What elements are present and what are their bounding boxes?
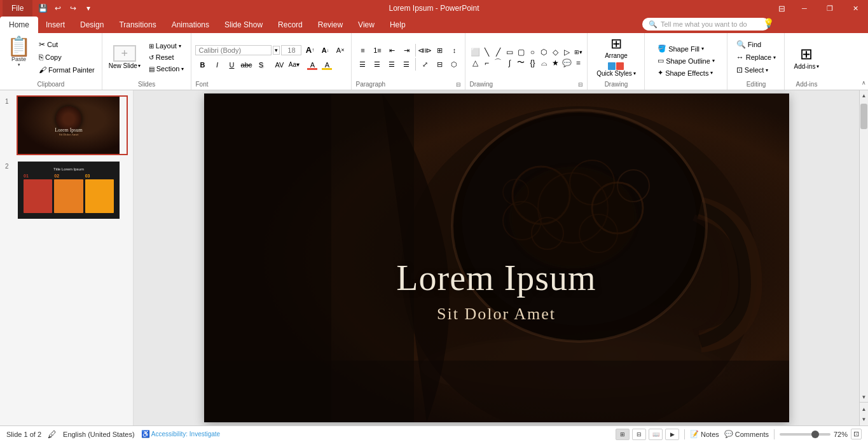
shape-diamond[interactable]: ◇ (549, 47, 561, 57)
slide-thumbnail-2[interactable]: 2 Title Lorem Ipsum 01 02 (5, 160, 128, 220)
shape-outline-button[interactable]: ▭ Shape Outline ▾ (656, 55, 717, 66)
decrease-font-button[interactable]: A↓ (318, 44, 332, 57)
replace-button[interactable]: ↔ Replace ▾ (733, 52, 779, 63)
font-size-dropdown[interactable]: ▾ (273, 46, 280, 55)
tab-animations[interactable]: Animations (164, 17, 217, 33)
arrange-button[interactable]: ⊞ Arrange (601, 34, 631, 60)
search-bar[interactable]: 🔍 Tell me what you want to do (642, 18, 769, 31)
line-spacing-button[interactable]: ↕ (447, 44, 461, 57)
align-left-button[interactable]: ☰ (355, 58, 369, 71)
font-size-input[interactable] (281, 45, 301, 55)
shape-eq[interactable]: = (572, 58, 584, 68)
drawing-dialog-launcher[interactable]: ⊟ (578, 81, 583, 88)
select-button[interactable]: ⊡ Select ▾ (733, 64, 772, 76)
tab-slideshow[interactable]: Slide Show (217, 17, 270, 33)
justify-button[interactable]: ☰ (399, 58, 413, 71)
scroll-down-button[interactable]: ▼ (860, 392, 869, 402)
copy-button[interactable]: ⎘ Copy (36, 52, 98, 63)
reset-button[interactable]: ↺ Reset (146, 52, 188, 62)
shapes-more[interactable]: ⊞▾ (572, 47, 584, 57)
slide-title-area[interactable]: Lorem Ipsum Sit Dolor Amet (396, 258, 596, 324)
tab-design[interactable]: Design (72, 17, 111, 33)
shape-rounded[interactable]: ▢ (515, 47, 527, 57)
section-button[interactable]: ▤ Section ▾ (146, 64, 188, 74)
accessibility-status[interactable]: ♿ Accessibility: Investigate (141, 430, 221, 438)
tab-help[interactable]: Help (382, 17, 413, 33)
scroll-thumb[interactable] (860, 104, 867, 129)
collapse-ribbon-button[interactable]: ∧ (859, 78, 868, 87)
slideshow-view-button[interactable]: ▶ (665, 429, 679, 440)
tab-review[interactable]: Review (310, 17, 350, 33)
slide-notes-icon[interactable]: 🖊 (48, 429, 57, 439)
cut-button[interactable]: ✂ Cut (36, 39, 98, 50)
shape-bracket[interactable]: {} (527, 58, 538, 68)
find-button[interactable]: 🔍 Find (733, 39, 764, 50)
qat-dropdown[interactable]: ▾ (82, 2, 95, 15)
vertical-scrollbar[interactable]: ▲ ▼ ▲ ▼ (859, 90, 868, 425)
zoom-fit-button[interactable]: ⊡ (851, 429, 862, 439)
char-spacing-button[interactable]: AV (272, 59, 286, 71)
tab-record[interactable]: Record (270, 17, 310, 33)
slide-sorter-button[interactable]: ⊟ (632, 429, 646, 440)
shape-trap[interactable]: ⬡ (538, 47, 549, 57)
decrease-indent-button[interactable]: ⇤ (385, 44, 399, 57)
shape-callout[interactable]: 💬 (561, 58, 572, 68)
notes-button[interactable]: 📝 Notes (690, 430, 719, 438)
shape-effects-button[interactable]: ✦ Shape Effects ▾ (656, 67, 715, 78)
tab-insert[interactable]: Insert (38, 17, 72, 33)
zoom-slider[interactable] (780, 433, 830, 436)
file-tab[interactable]: File (3, 0, 32, 17)
shape-rtri[interactable]: ⌐ (481, 58, 492, 68)
underline-button[interactable]: U (224, 59, 238, 71)
slide-thumbnail-1[interactable]: 1 Lorem Ipsum Sit Dolor Amet (5, 95, 128, 155)
align-text-button[interactable]: ⊟ (432, 58, 446, 71)
reading-view-button[interactable]: 📖 (649, 429, 663, 440)
restore-button[interactable]: ❐ (817, 0, 843, 17)
slide-view[interactable]: Lorem Ipsum Sit Dolor Amet (204, 93, 789, 422)
shape-wave[interactable]: 〜 (515, 58, 527, 68)
strikethrough-button[interactable]: abc (239, 59, 253, 71)
quick-styles-button[interactable]: Quick Styles ▾ (594, 62, 638, 78)
format-painter-button[interactable]: 🖌 Format Painter (36, 64, 98, 76)
columns-button[interactable]: ⧏⧐ (418, 44, 432, 57)
italic-button[interactable]: I (210, 59, 224, 71)
smart-art-button[interactable]: ⊞ (432, 44, 446, 57)
tab-view[interactable]: View (350, 17, 382, 33)
font-color-button[interactable]: A (305, 59, 319, 71)
close-button[interactable]: ✕ (843, 0, 868, 17)
redo-button[interactable]: ↪ (67, 2, 79, 15)
shadow-button[interactable]: S (254, 59, 268, 71)
align-right-button[interactable]: ☰ (385, 58, 399, 71)
ribbon-display-btn[interactable]: ⊟ (778, 4, 785, 13)
paragraph-dialog-launcher[interactable]: ⊟ (456, 81, 461, 88)
shape-tri[interactable]: △ (469, 58, 481, 68)
normal-view-button[interactable]: ⊞ (616, 429, 630, 440)
shape-rect[interactable]: ⬜ (469, 47, 481, 57)
new-slide-button[interactable]: + New Slide ▾ (106, 44, 143, 71)
shape-line2[interactable]: ╱ (492, 47, 504, 57)
clear-format-button[interactable]: A✕ (333, 44, 347, 57)
align-center-button[interactable]: ☰ (370, 58, 384, 71)
undo-button[interactable]: ↩ (52, 2, 64, 15)
shape-fill-button[interactable]: 🪣 Shape Fill ▾ (656, 43, 706, 54)
slide-container-1[interactable]: Lorem Ipsum Sit Dolor Amet (17, 95, 128, 155)
shape-line[interactable]: ╲ (481, 47, 492, 57)
tab-home[interactable]: Home (0, 17, 38, 33)
shape-arc[interactable]: ⌓ (538, 58, 549, 68)
increase-font-button[interactable]: A↑ (303, 44, 317, 57)
prev-slide-button[interactable]: ▲ (860, 404, 869, 414)
addins-button[interactable]: ⊞ Add-ins ▾ (789, 43, 824, 73)
tab-transitions[interactable]: Transitions (111, 17, 163, 33)
scroll-up-button[interactable]: ▲ (860, 90, 869, 100)
save-button[interactable]: 💾 (36, 2, 49, 15)
comments-button[interactable]: 💬 Comments (724, 430, 769, 438)
shape-freeform[interactable]: ∫ (504, 58, 515, 68)
shape-star[interactable]: ★ (549, 58, 561, 68)
layout-button[interactable]: ⊞ Layout ▾ (146, 41, 188, 51)
increase-indent-button[interactable]: ⇥ (399, 44, 413, 57)
convert-to-smartart-button[interactable]: ⬡ (447, 58, 461, 71)
zoom-thumb[interactable] (811, 431, 819, 438)
shape-circle[interactable]: ○ (527, 47, 538, 57)
font-family-input[interactable] (195, 45, 272, 55)
numbering-button[interactable]: 1≡ (370, 44, 384, 57)
